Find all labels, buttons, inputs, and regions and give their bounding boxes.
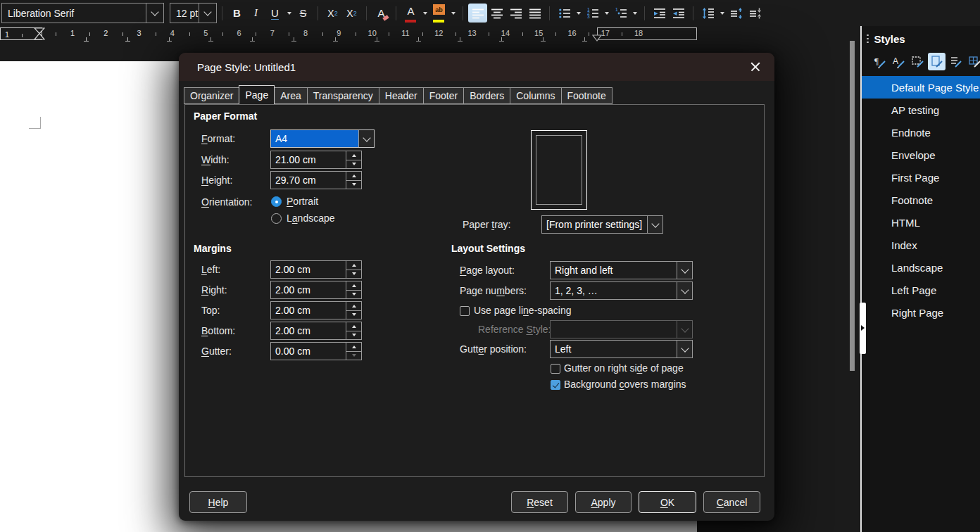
dropdown-arrow[interactable]	[358, 130, 374, 147]
spin-up-button[interactable]	[346, 302, 361, 311]
gutter-position-combobox[interactable]: Left	[550, 340, 693, 358]
bullet-list-button[interactable]	[555, 4, 574, 23]
paragraph-styles-button[interactable]: ¶	[871, 53, 888, 70]
outline-list-button[interactable]: 1	[611, 4, 630, 23]
italic-button[interactable]: I	[246, 4, 265, 23]
style-list-item[interactable]: Endnote	[862, 121, 980, 144]
decrease-indent-button[interactable]	[669, 4, 688, 23]
cancel-button[interactable]: Cancel	[703, 491, 760, 513]
landscape-radio[interactable]	[271, 213, 282, 224]
close-icon[interactable]	[746, 58, 765, 76]
width-spinner[interactable]: 21.00 cm	[270, 151, 362, 169]
style-list-item[interactable]: Right Page	[862, 301, 980, 324]
decrease-paragraph-spacing-button[interactable]	[746, 4, 765, 23]
spin-up-button[interactable]	[346, 172, 361, 181]
page-styles-button[interactable]	[928, 53, 946, 70]
font-size-dropdown-arrow[interactable]	[199, 4, 216, 23]
table-styles-button[interactable]	[966, 53, 980, 70]
portrait-radio[interactable]	[271, 196, 282, 207]
bullet-list-dropdown[interactable]	[574, 4, 583, 23]
margin-right-spinner[interactable]: 2.00 cm	[270, 281, 362, 299]
style-list-item[interactable]: AP testing	[862, 99, 980, 121]
numbered-list-dropdown[interactable]	[602, 4, 611, 23]
use-page-line-spacing-checkbox[interactable]	[460, 306, 470, 316]
page-numbers-combobox[interactable]: 1, 2, 3, …	[550, 281, 693, 300]
dropdown-arrow[interactable]	[677, 262, 692, 279]
grip-dots-icon[interactable]	[867, 34, 869, 44]
align-left-button[interactable]	[468, 4, 487, 23]
font-color-dropdown[interactable]	[420, 4, 429, 23]
dialog-tab[interactable]: Header	[379, 87, 424, 104]
spin-up-button[interactable]	[346, 343, 361, 352]
font-name-dropdown-arrow[interactable]	[146, 4, 163, 23]
dialog-tab[interactable]: Transparency	[307, 87, 379, 104]
spin-down-button[interactable]	[346, 270, 361, 279]
list-styles-button[interactable]	[947, 53, 965, 70]
background-covers-margins-checkbox[interactable]	[551, 380, 560, 390]
justify-button[interactable]	[525, 4, 544, 23]
reset-button[interactable]: Reset	[511, 491, 568, 513]
apply-button[interactable]: Apply	[575, 491, 632, 513]
align-right-button[interactable]	[506, 4, 525, 23]
spin-up-button[interactable]	[346, 322, 361, 331]
style-list-item[interactable]: Index	[862, 234, 980, 256]
spin-up-button[interactable]	[346, 261, 361, 270]
ruler[interactable]: 1 123456789101112131415161718	[0, 27, 862, 42]
dialog-tab[interactable]: Borders	[463, 87, 510, 104]
underline-button[interactable]: U	[265, 4, 284, 23]
spin-down-button[interactable]	[346, 352, 361, 360]
dialog-tab[interactable]: Area	[274, 87, 308, 104]
spin-down-button[interactable]	[346, 311, 361, 319]
margin-gutter-spinner[interactable]: 0.00 cm	[270, 342, 362, 360]
bold-button[interactable]: B	[227, 4, 246, 23]
style-list-item[interactable]: Left Page	[862, 279, 980, 301]
style-list-item[interactable]: Footnote	[862, 189, 980, 211]
dialog-tab[interactable]: Page	[239, 85, 275, 104]
spin-up-button[interactable]	[346, 281, 361, 291]
dialog-tab[interactable]: Columns	[510, 87, 561, 104]
indent-marker-icon[interactable]	[34, 27, 45, 40]
spin-up-button[interactable]	[346, 151, 361, 160]
height-spinner[interactable]: 29.70 cm	[270, 171, 362, 189]
spin-down-button[interactable]	[346, 291, 361, 299]
highlight-color-button[interactable]: ab	[429, 1, 448, 25]
vertical-scrollbar-thumb[interactable]	[850, 41, 855, 371]
outline-list-dropdown[interactable]	[630, 4, 639, 23]
dropdown-arrow[interactable]	[647, 216, 662, 233]
style-list-item[interactable]: HTML	[862, 211, 980, 234]
spin-down-button[interactable]	[346, 160, 361, 169]
superscript-button[interactable]: X2	[323, 4, 342, 23]
line-spacing-dropdown[interactable]	[717, 4, 727, 23]
format-combobox[interactable]: A4	[270, 129, 375, 148]
dropdown-arrow[interactable]	[677, 282, 692, 299]
style-list-item[interactable]: Envelope	[862, 144, 980, 166]
gutter-right-side-checkbox[interactable]	[551, 364, 560, 374]
margin-left-spinner[interactable]: 2.00 cm	[270, 260, 362, 279]
subscript-button[interactable]: X2	[342, 4, 361, 23]
paper-tray-combobox[interactable]: [From printer settings]	[541, 215, 663, 234]
ok-button[interactable]: OK	[639, 491, 696, 513]
dialog-tab[interactable]: Footer	[423, 87, 464, 104]
margin-top-spinner[interactable]: 2.00 cm	[270, 301, 362, 319]
underline-dropdown[interactable]	[284, 4, 294, 23]
clear-formatting-button[interactable]: A	[372, 4, 391, 23]
dialog-titlebar[interactable]: Page Style: Untitled1	[179, 53, 774, 81]
strikethrough-button[interactable]: S	[294, 4, 313, 23]
spin-down-button[interactable]	[346, 331, 361, 340]
page-layout-combobox[interactable]: Right and left	[550, 261, 693, 279]
align-center-button[interactable]	[487, 4, 506, 23]
line-spacing-button[interactable]	[698, 4, 717, 23]
increase-paragraph-spacing-button[interactable]	[727, 4, 746, 23]
help-button[interactable]: Help	[189, 491, 247, 513]
character-styles-button[interactable]: A	[890, 53, 907, 70]
style-list-item[interactable]: Default Page Style	[862, 76, 980, 99]
increase-indent-button[interactable]	[650, 4, 669, 23]
font-color-button[interactable]: A	[401, 1, 420, 25]
sidebar-hide-handle[interactable]	[860, 303, 866, 354]
style-list-item[interactable]: First Page	[862, 166, 980, 189]
highlight-color-dropdown[interactable]	[448, 4, 458, 23]
margin-bottom-spinner[interactable]: 2.00 cm	[270, 322, 362, 340]
font-size-combobox[interactable]: 12 pt	[170, 3, 217, 23]
dialog-tab[interactable]: Footnote	[561, 87, 612, 104]
style-list-item[interactable]: Landscape	[862, 256, 980, 279]
